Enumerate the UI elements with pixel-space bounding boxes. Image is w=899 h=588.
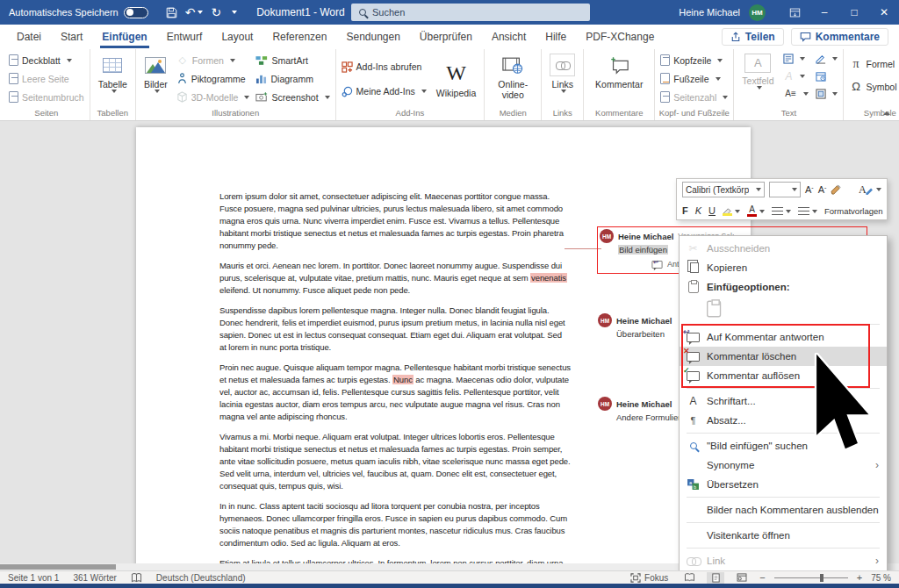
zoom-out-button[interactable]: − [759, 572, 765, 583]
diagramm-button[interactable]: Diagramm [254, 69, 331, 88]
styles-label[interactable]: Formatvorlagen [824, 206, 883, 216]
tab-entwurf[interactable]: Entwurf [157, 25, 212, 48]
ribbon-display-options-icon[interactable] [780, 0, 809, 25]
formen-button[interactable]: ◇Formen [175, 51, 252, 69]
formel-button[interactable]: πFormel [847, 54, 899, 73]
redo-button[interactable]: ↻ [211, 6, 221, 18]
onlinevideo-button[interactable]: Online-video [488, 51, 537, 100]
read-mode-button[interactable] [680, 572, 698, 584]
shrink-font-button[interactable]: Aˇ [818, 185, 827, 195]
menu-item-ausschneiden[interactable]: ✂ Ausschneiden [680, 239, 887, 258]
search-input[interactable]: Suchen [351, 4, 590, 21]
tabelle-button[interactable]: Tabelle [94, 51, 132, 93]
modelle-button[interactable]: 3D-Modelle [175, 88, 252, 106]
collapse-ribbon-icon[interactable] [883, 111, 890, 115]
tab-einfuegen[interactable]: Einfügen [92, 25, 156, 48]
bullet-list-button[interactable] [772, 207, 791, 215]
document-text[interactable]: Lorem ipsum dolor sit amet, consectetuer… [219, 190, 571, 588]
equation-icon: π [849, 58, 862, 70]
tab-ueberpruefen[interactable]: Überprüfen [410, 25, 482, 48]
tab-sendungen[interactable]: Sendungen [336, 25, 409, 48]
tab-datei[interactable]: Datei [7, 25, 51, 48]
undo-button[interactable]: ↶ [185, 6, 204, 18]
seitenzahl-button[interactable]: Seitenzahl [658, 88, 730, 106]
print-layout-button[interactable] [707, 572, 724, 584]
zoom-level[interactable]: 75 % [871, 573, 891, 583]
italic-button[interactable]: K [695, 206, 701, 216]
tab-referenzen[interactable]: Referenzen [263, 25, 336, 48]
web-layout-button[interactable] [733, 572, 751, 584]
leere-seite-button[interactable]: Leere Seite [7, 69, 71, 88]
deckblatt-button[interactable]: Deckblatt [7, 51, 74, 69]
piktogramme-button[interactable]: Piktogramme [175, 69, 252, 88]
close-button[interactable]: ✕ [869, 0, 899, 25]
addins-abrufen-button[interactable]: Add-Ins abrufen [340, 58, 428, 76]
fusszeile-button[interactable]: Fußzeile [658, 69, 722, 88]
zoom-slider-thumb[interactable] [820, 574, 823, 582]
autosave-toggle[interactable] [124, 7, 148, 18]
minimize-button[interactable]: – [809, 0, 839, 25]
schnellbausteine-button[interactable] [781, 51, 810, 67]
paste-option-button[interactable] [680, 297, 887, 321]
tab-layout[interactable]: Layout [212, 25, 263, 48]
menu-item-uebersetzen[interactable]: ab Übersetzen [680, 475, 887, 494]
user-avatar[interactable]: HM [749, 4, 766, 21]
font-name-select[interactable]: Calibri (Textkörp [682, 182, 765, 197]
kopfzeile-button[interactable]: Kopfzeile [658, 51, 724, 69]
bilder-button[interactable]: Bilder [140, 51, 172, 93]
textfeld-button[interactable]: A Textfeld [737, 51, 778, 90]
zoom-slider[interactable] [774, 577, 848, 578]
wordart-button[interactable]: A [781, 68, 810, 84]
focus-mode-button[interactable]: Fokus [630, 573, 668, 583]
tab-ansicht[interactable]: Ansicht [482, 25, 536, 48]
numbered-list-button[interactable] [798, 207, 817, 215]
menu-item-auf-kommentar-antworten[interactable]: ↩ Auf Kommentar antworten [680, 327, 887, 347]
language-indicator[interactable]: Deutsch (Deutschland) [156, 573, 246, 583]
initiale-button[interactable]: A≡ [781, 86, 810, 102]
format-painter-icon[interactable] [831, 184, 842, 195]
font-size-select[interactable] [769, 182, 801, 197]
menu-item-bilder-ausblenden[interactable]: Bilder nach Kommentaren ausblenden [680, 500, 887, 520]
screenshot-button[interactable]: Screenshot [254, 88, 331, 106]
font-color-button[interactable]: A [747, 205, 765, 217]
tab-hilfe[interactable]: Hilfe [536, 25, 576, 48]
share-button[interactable]: Teilen [722, 28, 784, 46]
menu-item-link[interactable]: Link › [680, 551, 887, 570]
group-text: A Textfeld A A≡ Text [734, 49, 844, 120]
links-button[interactable]: Links [545, 51, 579, 93]
menu-item-visitenkarte[interactable]: Visitenkarte öffnen [680, 526, 887, 545]
datum-uhrzeit-button[interactable] [814, 68, 839, 84]
save-icon[interactable] [166, 7, 177, 18]
document-page[interactable]: Lorem ipsum dolor sit amet, consectetuer… [136, 127, 751, 570]
tab-start[interactable]: Start [51, 25, 92, 48]
user-name[interactable]: Heine Michael [679, 7, 740, 18]
word-count[interactable]: 361 Wörter [73, 573, 116, 583]
signaturzeile-button[interactable] [814, 51, 839, 67]
zoom-in-button[interactable]: + [857, 572, 862, 583]
page-indicator[interactable]: Seite 1 von 1 [8, 573, 59, 583]
wikipedia-button[interactable]: W Wikipedia [432, 60, 481, 98]
highlight-color-button[interactable] [723, 207, 740, 216]
proofing-icon[interactable] [131, 573, 142, 583]
comments-panel-button[interactable]: Kommentare [791, 28, 888, 46]
menu-item-kopieren[interactable]: Kopieren [680, 258, 887, 277]
meine-addins-button[interactable]: Meine Add-Ins [340, 82, 428, 101]
paste-icon [707, 301, 721, 318]
paste-options-icon [688, 281, 699, 293]
seitenumbruch-button[interactable]: Seitenumbruch [7, 88, 86, 106]
styles-gallery-icon[interactable]: A [859, 183, 881, 196]
scrollbar-thumb[interactable] [0, 564, 116, 570]
smartart-button[interactable]: SmartArt [254, 51, 331, 69]
tab-pdf-xchange[interactable]: PDF-XChange [576, 25, 664, 48]
commented-text-venenatis[interactable]: venenatis [530, 273, 567, 283]
neuer-kommentar-button[interactable]: Kommentar [587, 51, 651, 90]
grow-font-button[interactable]: Aˆ [805, 185, 814, 195]
bold-button[interactable]: F [682, 206, 688, 216]
comment-text-selected[interactable]: Bild einfügen [618, 245, 668, 255]
underline-button[interactable]: U [708, 206, 716, 216]
maximize-button[interactable]: □ [839, 0, 869, 25]
objekt-button[interactable] [814, 86, 839, 102]
symbol-button[interactable]: ΩSymbol [847, 77, 899, 96]
commented-text-nunc[interactable]: Nunc [392, 375, 414, 384]
quick-access-more-icon[interactable] [232, 11, 237, 14]
